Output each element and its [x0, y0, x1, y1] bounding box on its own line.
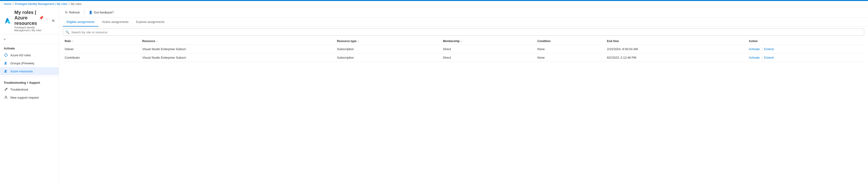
sidebar-item-troubleshoot[interactable]: Troubleshoot	[0, 85, 59, 93]
breadcrumb-pim[interactable]: Privileged Identity Management | My role…	[14, 2, 67, 6]
breadcrumb-sep-2: >	[68, 3, 70, 5]
cell-resource-0: Visual Studio Enterprise Subscri	[141, 45, 335, 53]
svg-marker-1	[5, 18, 8, 23]
refresh-icon: ↻	[65, 11, 68, 14]
sidebar-item-groups-label: Groups (Preview)	[10, 61, 34, 65]
breadcrumb-current: My roles	[71, 2, 82, 6]
svg-point-6	[6, 62, 7, 63]
sidebar-section-troubleshooting-label: Troubleshooting + Support	[0, 78, 59, 85]
cell-end-time-1: 8/2/2023, 2:12:48 PM	[605, 53, 747, 62]
cell-resource-1: Visual Studio Enterprise Subscri	[141, 53, 335, 62]
sort-membership-icon: ↕	[461, 40, 462, 43]
toolbar-divider	[84, 10, 85, 15]
feedback-button[interactable]: 👤 Got feedback?	[86, 9, 116, 16]
cell-membership-0: Direct	[441, 45, 535, 53]
sort-role-icon: ↕	[72, 40, 73, 43]
sidebar-item-azure-resources[interactable]: Azure resources	[0, 67, 59, 75]
sidebar-item-azure-resources-label: Azure resources	[10, 70, 33, 73]
cell-role-0: Owner	[63, 45, 141, 53]
cell-role-1: Contributor	[63, 53, 141, 62]
col-membership[interactable]: Membership ↕	[441, 37, 535, 45]
sort-resource-icon: ↕	[157, 40, 158, 43]
feedback-label: Got feedback?	[94, 11, 114, 14]
search-input[interactable]	[71, 30, 862, 34]
cell-resource-type-1: Subscription	[335, 53, 441, 62]
cell-resource-type-0: Subscription	[335, 45, 441, 53]
cell-action-0: Activate | Extend	[747, 45, 864, 53]
page-header: My roles | Azure resources 📌 ... Privile…	[0, 7, 59, 34]
sidebar-item-groups[interactable]: Groups (Preview)	[0, 59, 59, 67]
table-row: Contributor Visual Studio Enterprise Sub…	[63, 53, 864, 62]
tabs: Eligible assignments Active assignments …	[59, 18, 868, 27]
assignments-table: Role ↕ Resource ↕ Resour	[63, 37, 864, 62]
col-resource-type[interactable]: Resource type ↕	[335, 37, 441, 45]
col-condition: Condition	[535, 37, 605, 45]
search-bar: 🔍	[59, 27, 868, 37]
search-wrapper: 🔍	[63, 29, 864, 36]
cell-end-time-0: 2/15/2024, 8:00:54 AM	[605, 45, 747, 53]
sidebar-section-troubleshooting: Troubleshooting + Support Troubleshoot N…	[0, 78, 59, 102]
azure-logo-icon	[4, 17, 11, 25]
sidebar-item-troubleshoot-label: Troubleshoot	[10, 88, 28, 91]
pin-icon[interactable]: 📌	[39, 16, 44, 20]
diamond-icon	[4, 53, 8, 57]
col-action: Action	[747, 37, 864, 45]
extend-link-0[interactable]: Extend	[764, 47, 774, 51]
cell-condition-0: None	[535, 45, 605, 53]
action-sep-1: |	[762, 56, 762, 59]
sidebar-divider	[0, 77, 59, 77]
page-title-area: My roles | Azure resources 📌 ... Privile…	[14, 10, 49, 32]
breadcrumb: Home > Privileged Identity Management | …	[0, 1, 868, 7]
svg-point-9	[5, 96, 7, 98]
cell-condition-1: None	[535, 53, 605, 62]
refresh-label: Refresh	[69, 11, 80, 14]
toolbar: ↻ Refresh 👤 Got feedback?	[59, 7, 868, 18]
extend-link-1[interactable]: Extend	[764, 56, 774, 59]
people-icon	[4, 61, 8, 65]
svg-point-5	[5, 62, 6, 63]
page-subtitle: Privileged Identity Management | My role…	[14, 26, 49, 32]
sidebar-item-azure-ad-roles-label: Azure AD roles	[10, 53, 31, 57]
col-end-time: End time	[605, 37, 747, 45]
sidebar: My roles | Azure resources 📌 ... Privile…	[0, 7, 59, 187]
col-resource[interactable]: Resource ↕	[141, 37, 335, 45]
wrench-icon	[4, 87, 8, 91]
azure-resources-icon	[4, 69, 8, 73]
svg-marker-4	[4, 53, 7, 57]
cell-membership-1: Direct	[441, 53, 535, 62]
col-role[interactable]: Role ↕	[63, 37, 141, 45]
activate-link-1[interactable]: Activate	[749, 56, 760, 59]
svg-point-7	[5, 70, 6, 71]
search-icon: 🔍	[65, 30, 69, 34]
page-title: My roles | Azure resources	[14, 10, 37, 26]
svg-point-8	[6, 70, 7, 71]
tab-expired[interactable]: Expired assignments	[132, 18, 168, 26]
cell-action-1: Activate | Extend	[747, 53, 864, 62]
table-row: Owner Visual Studio Enterprise Subscri S…	[63, 45, 864, 53]
tab-eligible[interactable]: Eligible assignments	[63, 18, 98, 26]
activate-link-0[interactable]: Activate	[749, 47, 760, 51]
content-area: ↻ Refresh 👤 Got feedback? Eligible assig…	[59, 7, 868, 187]
sort-resource-type-icon: ↕	[358, 40, 359, 43]
sidebar-section-activate-label: Activate	[0, 44, 59, 51]
sidebar-item-azure-ad-roles[interactable]: Azure AD roles	[0, 51, 59, 59]
refresh-button[interactable]: ↻ Refresh	[63, 9, 82, 16]
breadcrumb-home[interactable]: Home	[4, 2, 11, 6]
sidebar-collapse-button[interactable]: «	[2, 35, 7, 43]
action-sep-0: |	[762, 47, 762, 51]
tab-active[interactable]: Active assignments	[98, 18, 132, 26]
sidebar-section-activate: Activate Azure AD roles Groups (Preview)…	[0, 44, 59, 75]
table-container: Role ↕ Resource ↕ Resour	[59, 37, 868, 187]
sidebar-item-new-support[interactable]: New support request	[0, 93, 59, 102]
person-support-icon	[4, 95, 8, 100]
feedback-icon: 👤	[89, 11, 93, 14]
sidebar-item-new-support-label: New support request	[10, 96, 39, 99]
more-icon[interactable]: ...	[45, 16, 49, 20]
breadcrumb-sep-1: >	[12, 3, 14, 5]
close-button[interactable]: ✕	[52, 18, 55, 23]
